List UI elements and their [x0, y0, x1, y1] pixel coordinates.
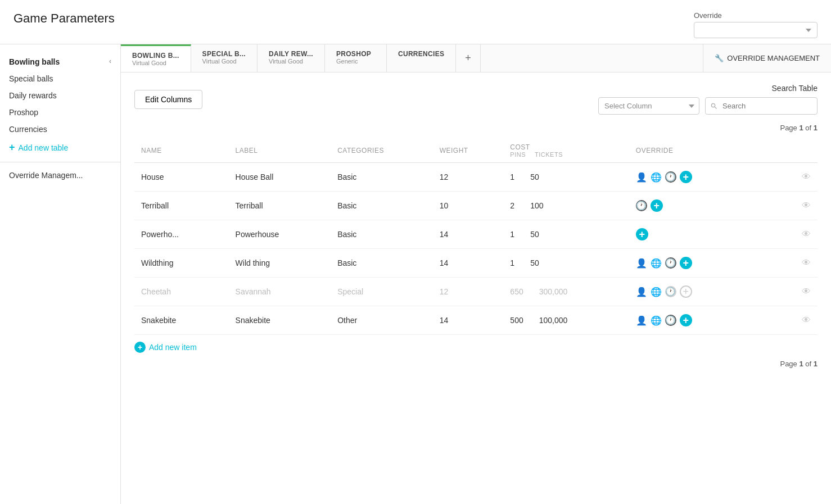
- table-row: House House Ball Basic 12 1 50 👤🌐🕐+ 👁: [134, 163, 818, 192]
- cell-category: Basic: [331, 249, 433, 278]
- cost-pins: 500: [510, 316, 523, 325]
- sidebar-item-currencies[interactable]: Currencies: [0, 121, 120, 138]
- cell-category: Special: [331, 278, 433, 306]
- cell-name: Cheetah: [134, 278, 229, 306]
- clock-icon: 🕐: [665, 257, 676, 269]
- search-input[interactable]: [705, 97, 818, 115]
- person-icon: 👤: [636, 315, 647, 326]
- tab-bowling-b[interactable]: BOWLING B... Virtual Good: [121, 44, 191, 72]
- plus-icon[interactable]: +: [651, 199, 663, 212]
- eye-icon[interactable]: 👁: [802, 315, 811, 325]
- cost-tickets: 50: [530, 258, 539, 267]
- tab-sub: Virtual Good: [202, 58, 237, 65]
- override-icons: +: [636, 228, 779, 240]
- cost-pins: 1: [510, 258, 514, 267]
- pagination-top: Page 1 of 1: [134, 124, 818, 132]
- sidebar-item-daily-rewards[interactable]: Daily rewards: [0, 87, 120, 104]
- override-icons: 👤🌐🕐+: [636, 171, 779, 183]
- cell-action: 👁: [786, 306, 818, 335]
- sidebar: Bowling balls ‹ Special balls Daily rewa…: [0, 44, 121, 504]
- plus-icon[interactable]: +: [680, 314, 692, 326]
- override-section: Override: [694, 11, 818, 38]
- cell-category: Basic: [331, 192, 433, 220]
- cell-cost: 2 100: [503, 192, 629, 220]
- eye-icon[interactable]: 👁: [802, 258, 811, 267]
- sidebar-item-override[interactable]: Override Managem...: [0, 167, 120, 184]
- add-tab-btn[interactable]: +: [456, 44, 481, 72]
- sidebar-item-bowling-balls[interactable]: Bowling balls ‹: [0, 53, 120, 70]
- cell-cost: 1 50: [503, 220, 629, 249]
- cell-override: 👤🌐🕐+: [629, 306, 786, 335]
- col-header-categories: CATEGORIES: [331, 139, 433, 163]
- cell-cost: 1 50: [503, 249, 629, 278]
- eye-icon[interactable]: 👁: [802, 229, 811, 239]
- tab-name: DAILY REW...: [269, 50, 313, 58]
- cell-name: House: [134, 163, 229, 192]
- cell-override: 👤🌐🕐+: [629, 278, 786, 306]
- cost-pins: 1: [510, 172, 514, 181]
- sidebar-item-special-balls[interactable]: Special balls: [0, 70, 120, 87]
- tab-name: CURRENCIES: [398, 50, 444, 58]
- cost-pins: 1: [510, 230, 514, 239]
- plus-icon[interactable]: +: [680, 257, 692, 269]
- cell-cost: 500 100,000: [503, 306, 629, 335]
- plus-icon[interactable]: +: [680, 285, 692, 298]
- sidebar-collapse-btn[interactable]: ‹: [109, 57, 111, 65]
- cell-weight: 14: [433, 249, 504, 278]
- cell-category: Other: [331, 306, 433, 335]
- tab-daily-rew[interactable]: DAILY REW... Virtual Good: [258, 44, 325, 72]
- cell-name: Snakebite: [134, 306, 229, 335]
- sidebar-divider: [0, 162, 120, 162]
- cell-name: Wildthing: [134, 249, 229, 278]
- cell-category: Basic: [331, 163, 433, 192]
- person-icon: 👤: [636, 172, 647, 183]
- app-container: Game Parameters Override Bowling balls ‹…: [0, 0, 831, 504]
- sidebar-item-proshop[interactable]: Proshop: [0, 104, 120, 121]
- clock-icon: 🕐: [665, 171, 676, 183]
- col-header-name: NAME: [134, 139, 229, 163]
- sidebar-item-label: Proshop: [9, 108, 38, 117]
- override-management-btn[interactable]: 🔧 OVERRIDE MANAGEMENT: [703, 44, 831, 72]
- search-controls: Select Column: [598, 97, 818, 115]
- override-icons: 👤🌐🕐+: [636, 257, 779, 269]
- override-icons: 🕐+: [636, 199, 779, 212]
- plus-icon[interactable]: +: [636, 228, 648, 240]
- plus-icon[interactable]: +: [680, 171, 692, 183]
- search-table-section: Search Table Select Column: [598, 84, 818, 115]
- page-title: Game Parameters: [13, 11, 115, 26]
- person-icon: 👤: [636, 287, 647, 297]
- tab-special-b[interactable]: SPECIAL B... Virtual Good: [191, 44, 258, 72]
- cell-label: Snakebite: [229, 306, 331, 335]
- cost-pins: 2: [510, 201, 514, 210]
- override-icons: 👤🌐🕐+: [636, 285, 779, 298]
- tab-name: SPECIAL B...: [202, 50, 246, 58]
- table-area: Edit Columns Search Table Select Column …: [121, 72, 831, 504]
- pagination-bottom: Page 1 of 1: [134, 360, 818, 368]
- sidebar-item-label: Bowling balls: [9, 57, 60, 66]
- person-icon: 👤: [636, 258, 647, 269]
- cell-action: 👁: [786, 163, 818, 192]
- add-new-table-btn[interactable]: + Add new table: [0, 138, 120, 157]
- cell-cost: 650 300,000: [503, 278, 629, 306]
- add-new-item-btn[interactable]: + Add new item: [134, 335, 818, 360]
- edit-columns-btn[interactable]: Edit Columns: [134, 90, 202, 109]
- cell-label: Wild thing: [229, 249, 331, 278]
- tab-name: BOWLING B...: [132, 52, 179, 60]
- eye-icon[interactable]: 👁: [802, 201, 811, 210]
- table-row: Powerho... Powerhouse Basic 14 1 50 + 👁: [134, 220, 818, 249]
- select-column-dropdown[interactable]: Select Column: [598, 97, 699, 115]
- tab-currencies[interactable]: CURRENCIES: [387, 44, 456, 72]
- cell-label: Savannah: [229, 278, 331, 306]
- cell-override: +: [629, 220, 786, 249]
- table-row: Cheetah Savannah Special 12 650 300,000 …: [134, 278, 818, 306]
- col-header-label: LABEL: [229, 139, 331, 163]
- add-item-label: Add new item: [149, 343, 197, 352]
- eye-icon[interactable]: 👁: [802, 172, 811, 181]
- tab-proshop[interactable]: PROSHOP Generic: [325, 44, 387, 72]
- col-header-weight: WEIGHT: [433, 139, 504, 163]
- cell-action: 👁: [786, 249, 818, 278]
- override-select[interactable]: [694, 22, 818, 38]
- cell-weight: 10: [433, 192, 504, 220]
- table-toolbar: Edit Columns Search Table Select Column: [134, 84, 818, 115]
- eye-icon[interactable]: 👁: [802, 287, 811, 296]
